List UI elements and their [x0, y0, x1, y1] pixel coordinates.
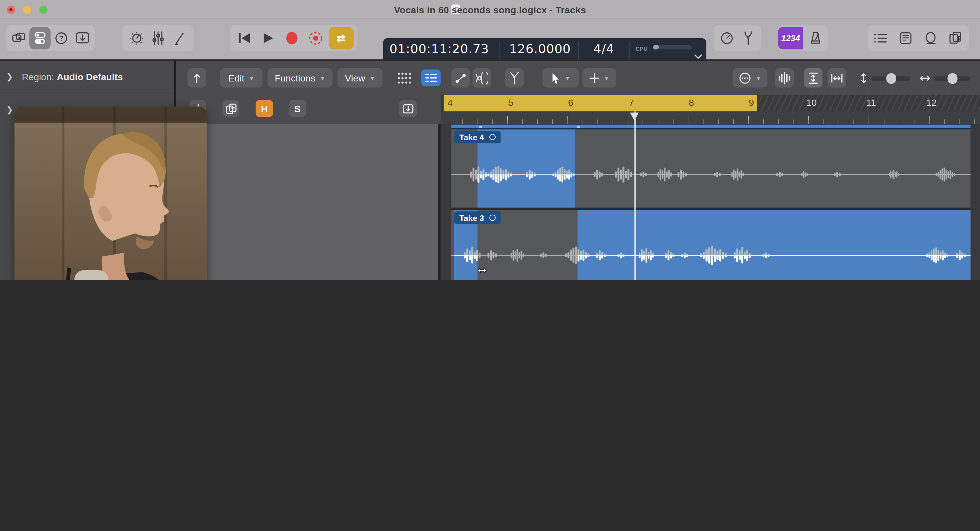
horizontal-zoom-slider[interactable] [920, 70, 975, 86]
browsers-group [868, 25, 969, 51]
workspaces-icon[interactable] [8, 27, 29, 49]
bar-number: 5 [508, 97, 513, 107]
chevron-down-icon: ▼ [604, 75, 609, 81]
view-toggle-group: ? [6, 25, 95, 51]
svg-text:?: ? [59, 34, 64, 42]
vertical-zoom-icon [860, 73, 868, 83]
bar-number: 8 [689, 97, 694, 107]
tuning-group [714, 25, 761, 51]
secondary-tool-menu[interactable]: ▼ [582, 68, 616, 88]
tuner-icon[interactable] [126, 27, 147, 49]
go-to-beginning-icon[interactable] [234, 27, 255, 49]
take-3-label[interactable]: Take 3 [454, 211, 500, 224]
control-bar-toggle-icon[interactable] [29, 27, 51, 49]
track-header-column [178, 124, 441, 280]
bar-number: 11 [866, 97, 876, 107]
track-zoom-preset-button[interactable] [399, 100, 417, 117]
catch-playhead-button[interactable] [188, 68, 206, 88]
chevron-down-icon: ▼ [756, 75, 761, 81]
flex-icon[interactable] [473, 68, 491, 88]
edit-menu[interactable]: Edit▼ [220, 68, 262, 88]
list-view-button[interactable] [421, 70, 441, 86]
media-browser-icon[interactable] [945, 27, 966, 49]
metronome-icon[interactable] [803, 27, 828, 49]
play-icon[interactable] [257, 27, 278, 49]
tools-group [123, 25, 194, 51]
list-editors-icon[interactable] [870, 27, 891, 49]
solo-label: S [294, 103, 301, 114]
capture-recording-icon[interactable] [305, 27, 326, 49]
transport-group: ⇄ [230, 25, 358, 51]
disclosure-chevron-icon[interactable]: ❯ [6, 72, 13, 81]
horizontal-auto-zoom-icon[interactable] [827, 68, 846, 88]
lcd-time-signature[interactable]: 4/4 [582, 41, 626, 56]
lane-left-gutter [441, 124, 451, 280]
chevron-down-icon: ▼ [320, 75, 325, 81]
window-title: Vocals in 60 seconds song.logicx - Track… [0, 4, 980, 15]
webcam-overlay [14, 106, 207, 280]
take-name: Take 4 [459, 132, 484, 142]
take-circle-icon[interactable] [489, 215, 495, 221]
vertical-zoom-slider[interactable] [860, 70, 915, 86]
bar-number: 4 [447, 97, 453, 107]
lcd-smpte-time[interactable]: 01:00:11:20.73 [390, 41, 489, 56]
cpu-meter [653, 45, 692, 49]
quick-help-panel-icon[interactable] [72, 27, 93, 49]
automation-icon[interactable] [451, 68, 470, 88]
tuning-fork-icon[interactable] [737, 27, 759, 49]
mixer-icon[interactable] [148, 27, 169, 49]
slider-knob[interactable] [947, 73, 957, 83]
comp-resize-cursor: ↔ [476, 261, 489, 276]
cpu-label: CPU [636, 46, 648, 52]
vertical-auto-zoom-icon[interactable] [804, 68, 822, 88]
logic-pro-window: Vocals in 60 seconds song.logicx - Track… [0, 0, 980, 280]
record-icon[interactable] [282, 27, 302, 49]
pencil-icon[interactable] [169, 27, 190, 49]
view-menu-label: View [345, 73, 365, 83]
snip-marquee-icon[interactable] [505, 68, 524, 88]
view-menu[interactable]: View▼ [337, 68, 383, 88]
playhead[interactable] [634, 112, 635, 280]
waveform-zoom-icon[interactable] [775, 68, 794, 88]
comp-region-strip[interactable] [451, 124, 970, 129]
bar-number: 7 [629, 97, 634, 107]
cycle-icon: ⇄ [337, 32, 346, 45]
loop-browser-icon[interactable] [920, 27, 941, 49]
region-label: Region: [22, 71, 54, 82]
disclosure-chevron-icon[interactable]: ❯ [6, 105, 13, 114]
region-color-menu[interactable]: ▼ [733, 68, 767, 88]
beat-ruler[interactable] [441, 112, 980, 124]
take-4-label[interactable]: Take 4 [454, 131, 500, 143]
take-lane-3[interactable]: Take 3 [451, 210, 970, 280]
region-value: Audio Defaults [57, 71, 123, 82]
take-lane-4[interactable]: Take 4 [451, 130, 970, 208]
functions-menu[interactable]: Functions▼ [267, 68, 332, 88]
gauge-icon[interactable] [716, 27, 737, 49]
take-circle-icon[interactable] [489, 134, 495, 140]
edit-menu-label: Edit [228, 73, 245, 83]
help-icon[interactable]: ? [51, 27, 72, 49]
metronome-group: 1234 [778, 25, 828, 51]
note-pads-icon[interactable] [895, 27, 916, 49]
slider-knob[interactable] [886, 73, 896, 83]
chevron-down-icon: ▼ [565, 75, 570, 81]
cycle-range[interactable] [444, 95, 757, 111]
count-in-button[interactable]: 1234 [778, 27, 803, 49]
hide-tracks-button[interactable]: H [256, 100, 273, 117]
playhead-marker[interactable] [630, 112, 639, 121]
solo-tracks-button[interactable]: S [289, 100, 306, 117]
bar-number: 10 [807, 97, 817, 107]
bar-number: 6 [568, 97, 573, 107]
bar-number: 12 [926, 97, 937, 107]
control-bar: ? ⇄ 01:00:11:20.73 0007 1 4 104 126.0000… [0, 19, 980, 59]
grid-view-icon[interactable] [396, 71, 412, 85]
count-in-label: 1234 [781, 33, 800, 43]
pointer-tool-menu[interactable]: ▼ [542, 68, 579, 88]
horizontal-zoom-icon [920, 75, 930, 82]
offscreen-right [971, 124, 980, 280]
region-inspector-header[interactable]: ❯ Region: Audio Defaults [0, 61, 173, 93]
cycle-button[interactable]: ⇄ [329, 27, 354, 49]
take-name: Take 3 [459, 213, 484, 222]
lcd-tempo[interactable]: 126.0000 [506, 41, 574, 56]
duplicate-track-button[interactable] [223, 100, 239, 117]
